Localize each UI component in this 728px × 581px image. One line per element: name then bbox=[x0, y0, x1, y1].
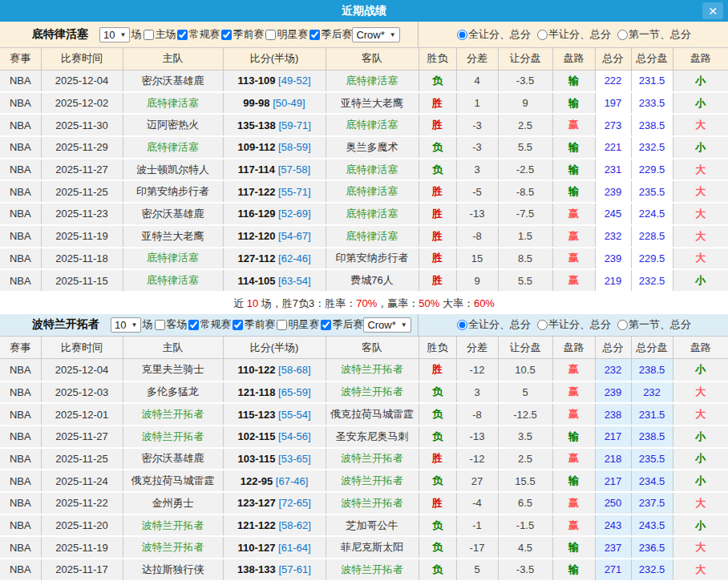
filter-checkbox[interactable]: 明星赛 bbox=[275, 317, 319, 332]
cell-total-points: 243 bbox=[595, 514, 631, 537]
filter-checkbox-input[interactable] bbox=[309, 30, 320, 40]
cell-match-date: 2025-11-27 bbox=[41, 426, 123, 448]
cell-over-under: 大 bbox=[673, 225, 728, 248]
cell-handicap-line: 5.5 bbox=[498, 269, 552, 292]
odds-source-select[interactable]: Crow*▼ bbox=[363, 317, 411, 333]
column-header: 总分盘 bbox=[631, 48, 673, 70]
cell-win-loss: 负 bbox=[419, 426, 456, 448]
cell-total-line: 229.5 bbox=[631, 159, 673, 181]
game-row: NBA2025-12-04密尔沃基雄鹿113-109 [49-52]底特律活塞负… bbox=[0, 70, 728, 92]
cell-win-loss: 胜 bbox=[419, 359, 456, 381]
cell-point-diff: -17 bbox=[456, 536, 498, 559]
cell-score: 109-112 [58-59] bbox=[223, 136, 326, 159]
handicap-mode-radio-input[interactable] bbox=[457, 320, 467, 330]
game-row: NBA2025-12-03多伦多猛龙121-118 [65-59]波特兰开拓者负… bbox=[0, 381, 728, 404]
cell-handicap-result: 赢 bbox=[552, 114, 595, 136]
filter-checkbox[interactable]: 季前赛 bbox=[231, 317, 275, 332]
filter-checkbox[interactable]: 客场 bbox=[153, 317, 187, 332]
cell-win-loss: 负 bbox=[419, 159, 456, 181]
filter-checkbox[interactable]: 主场 bbox=[142, 27, 176, 42]
sections-container: 底特律活塞 10▼ 场 主场常规赛季前赛明星赛季后赛 Crow*▼ 全让分、总分… bbox=[0, 22, 728, 581]
filter-checkbox-input[interactable] bbox=[177, 30, 188, 40]
cell-over-under: 小 bbox=[673, 470, 728, 492]
cell-away-team: 亚特兰大老鹰 bbox=[326, 92, 419, 115]
cell-total-points: 217 bbox=[595, 426, 631, 448]
cell-score: 114-105 [63-54] bbox=[223, 269, 326, 292]
half-time-score: [50-49] bbox=[273, 97, 305, 109]
cell-win-loss: 胜 bbox=[419, 248, 456, 270]
cell-match-date: 2025-11-23 bbox=[41, 203, 123, 225]
filter-checkbox[interactable]: 季后赛 bbox=[308, 27, 352, 42]
game-row: NBA2025-12-01波特兰开拓者115-123 [55-54]俄克拉荷马城… bbox=[0, 403, 728, 426]
filter-checkbox-label: 常规赛 bbox=[188, 27, 220, 42]
filter-checkbox-input[interactable] bbox=[233, 320, 243, 330]
filter-checkbox-input[interactable] bbox=[155, 320, 165, 330]
handicap-mode-radio[interactable]: 全让分、总分 bbox=[455, 27, 531, 42]
cell-score: 99-98 [50-49] bbox=[223, 92, 326, 115]
handicap-mode-radio[interactable]: 第一节、总分 bbox=[616, 317, 691, 332]
filter-checkbox[interactable]: 季后赛 bbox=[319, 317, 363, 332]
cell-total-line: 238.5 bbox=[631, 114, 673, 136]
handicap-mode-radio-input[interactable] bbox=[537, 320, 548, 330]
handicap-mode-radio-input[interactable] bbox=[457, 30, 467, 40]
dialog-titlebar: 近期战绩 ✕ bbox=[0, 0, 728, 22]
cell-over-under: 小 bbox=[673, 359, 728, 381]
cell-handicap-line: 10.5 bbox=[498, 359, 552, 381]
handicap-mode-radio[interactable]: 半让分、总分 bbox=[536, 27, 611, 42]
filter-checkbox-input[interactable] bbox=[277, 320, 287, 330]
handicap-mode-radio-label: 半让分、总分 bbox=[548, 317, 611, 332]
final-score: 122-95 bbox=[241, 475, 273, 487]
cell-score: 135-138 [59-71] bbox=[223, 114, 326, 136]
cell-handicap-line: 2.5 bbox=[498, 448, 552, 470]
handicap-mode-radio-input[interactable] bbox=[537, 30, 548, 40]
filter-checkbox[interactable]: 常规赛 bbox=[187, 317, 231, 332]
cell-total-points: 239 bbox=[595, 381, 631, 404]
filter-checkbox-input[interactable] bbox=[188, 320, 199, 330]
filter-checkbox[interactable]: 季前赛 bbox=[220, 27, 264, 42]
filter-checkbox[interactable]: 明星赛 bbox=[264, 27, 308, 42]
handicap-mode-radio-input[interactable] bbox=[617, 320, 628, 330]
game-row: NBA2025-11-24俄克拉荷马城雷霆122-95 [67-46]波特兰开拓… bbox=[0, 470, 728, 492]
cell-home-team: 波特兰开拓者 bbox=[123, 426, 223, 448]
games-count-select[interactable]: 10▼ bbox=[99, 27, 130, 42]
cell-match-date: 2025-12-01 bbox=[41, 403, 123, 426]
filter-checkbox-input[interactable] bbox=[144, 30, 154, 40]
cell-total-points: 232 bbox=[595, 359, 631, 381]
cell-away-team: 印第安纳步行者 bbox=[326, 248, 419, 270]
handicap-mode-radio-input[interactable] bbox=[617, 30, 628, 40]
filter-checkbox[interactable]: 常规赛 bbox=[176, 27, 220, 42]
cell-handicap-result: 赢 bbox=[552, 492, 595, 514]
summary-segment: 50% bbox=[419, 297, 439, 309]
filter-left: 底特律活塞 10▼ 场 主场常规赛季前赛明星赛季后赛 Crow*▼ bbox=[0, 22, 419, 47]
cell-handicap-result: 输 bbox=[552, 470, 595, 492]
cell-over-under: 大 bbox=[673, 559, 728, 581]
cell-over-under: 大 bbox=[673, 381, 728, 404]
games-count-select[interactable]: 10▼ bbox=[111, 317, 141, 333]
column-header: 比分(半场) bbox=[223, 337, 326, 359]
handicap-mode-radio[interactable]: 第一节、总分 bbox=[616, 27, 691, 42]
chevron-down-icon: ▼ bbox=[401, 321, 407, 329]
cell-home-team: 密尔沃基雄鹿 bbox=[123, 70, 223, 92]
cell-home-team: 金州勇士 bbox=[123, 492, 223, 514]
close-icon[interactable]: ✕ bbox=[702, 2, 723, 19]
game-row: NBA2025-11-27波特兰开拓者102-115 [54-56]圣安东尼奥马… bbox=[0, 426, 728, 448]
cell-home-team: 迈阿密热火 bbox=[123, 114, 223, 136]
cell-handicap-line: -1.5 bbox=[498, 514, 552, 537]
game-row: NBA2025-11-29底特律活塞109-112 [58-59]奥兰多魔术负-… bbox=[0, 136, 728, 159]
handicap-mode-radio[interactable]: 全让分、总分 bbox=[455, 317, 531, 332]
handicap-mode-radio[interactable]: 半让分、总分 bbox=[536, 317, 611, 332]
cell-league: NBA bbox=[0, 70, 41, 92]
cell-total-points: 231 bbox=[595, 159, 631, 181]
chevron-down-icon: ▼ bbox=[131, 321, 137, 329]
filter-checkbox-input[interactable] bbox=[321, 320, 331, 330]
column-header: 比赛时间 bbox=[41, 48, 123, 70]
cell-away-team: 波特兰开拓者 bbox=[326, 470, 419, 492]
game-row: NBA2025-11-19波特兰开拓者110-127 [61-64]菲尼克斯太阳… bbox=[0, 536, 728, 559]
team-section: 波特兰开拓者 10▼ 场 客场常规赛季前赛明星赛季后赛 Crow*▼ 全让分、总… bbox=[0, 314, 728, 581]
filter-checkbox-input[interactable] bbox=[221, 30, 232, 40]
odds-source-select[interactable]: Crow*▼ bbox=[352, 27, 399, 42]
cell-over-under: 大 bbox=[673, 180, 728, 203]
cell-away-team: 奥兰多魔术 bbox=[326, 136, 419, 159]
cell-league: NBA bbox=[0, 180, 41, 203]
filter-checkbox-input[interactable] bbox=[265, 30, 276, 40]
